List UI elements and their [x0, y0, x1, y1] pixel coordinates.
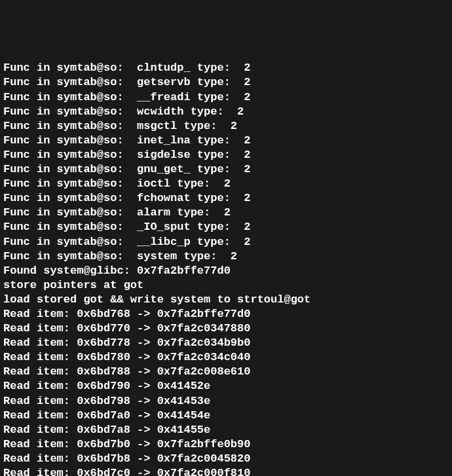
terminal-line: Func in symtab@so: system type: 2: [3, 249, 449, 264]
terminal-line: store pointers at got: [3, 278, 449, 293]
terminal-line: Read item: 0x6bd798 -> 0x41453e: [3, 394, 449, 409]
terminal-output: Func in symtab@so: clntudp_ type: 2Func …: [3, 61, 449, 476]
terminal-line: Func in symtab@so: ioctl type: 2: [3, 177, 449, 191]
terminal-line: Func in symtab@so: __libc_p type: 2: [3, 235, 449, 249]
terminal-line: Func in symtab@so: clntudp_ type: 2: [3, 61, 449, 75]
terminal-line: Read item: 0x6bd7b0 -> 0x7fa2bffe0b90: [3, 437, 449, 452]
terminal-line: Func in symtab@so: wcwidth type: 2: [3, 105, 449, 119]
terminal-line: Read item: 0x6bd778 -> 0x7fa2c034b9b0: [3, 336, 449, 350]
terminal-line: load stored got && write system to strto…: [3, 293, 449, 307]
terminal-line: Func in symtab@so: gnu_get_ type: 2: [3, 162, 449, 177]
terminal-line: Read item: 0x6bd790 -> 0x41452e: [3, 379, 449, 394]
terminal-line: Func in symtab@so: inet_lna type: 2: [3, 134, 449, 148]
terminal-line: Read item: 0x6bd7c0 -> 0x7fa2c000f810: [3, 466, 449, 476]
terminal-line: Read item: 0x6bd788 -> 0x7fa2c008e610: [3, 365, 449, 379]
terminal-line: Read item: 0x6bd7a0 -> 0x41454e: [3, 409, 449, 423]
terminal-line: Found system@glibc: 0x7fa2bffe77d0: [3, 264, 449, 278]
terminal-line: Read item: 0x6bd780 -> 0x7fa2c034c040: [3, 350, 449, 365]
terminal-line: Func in symtab@so: getservb type: 2: [3, 75, 449, 90]
terminal-line: Func in symtab@so: _IO_sput type: 2: [3, 220, 449, 234]
terminal-line: Func in symtab@so: alarm type: 2: [3, 206, 449, 220]
terminal-line: Read item: 0x6bd770 -> 0x7fa2c0347880: [3, 321, 449, 336]
terminal-line: Read item: 0x6bd768 -> 0x7fa2bffe77d0: [3, 307, 449, 321]
terminal-line: Read item: 0x6bd7a8 -> 0x41455e: [3, 423, 449, 437]
terminal-line: Func in symtab@so: msgctl type: 2: [3, 119, 449, 134]
terminal-line: Func in symtab@so: __freadi type: 2: [3, 90, 449, 105]
terminal-line: Func in symtab@so: fchownat type: 2: [3, 191, 449, 206]
terminal-line: Func in symtab@so: sigdelse type: 2: [3, 148, 449, 162]
terminal-line: Read item: 0x6bd7b8 -> 0x7fa2c0045820: [3, 452, 449, 466]
